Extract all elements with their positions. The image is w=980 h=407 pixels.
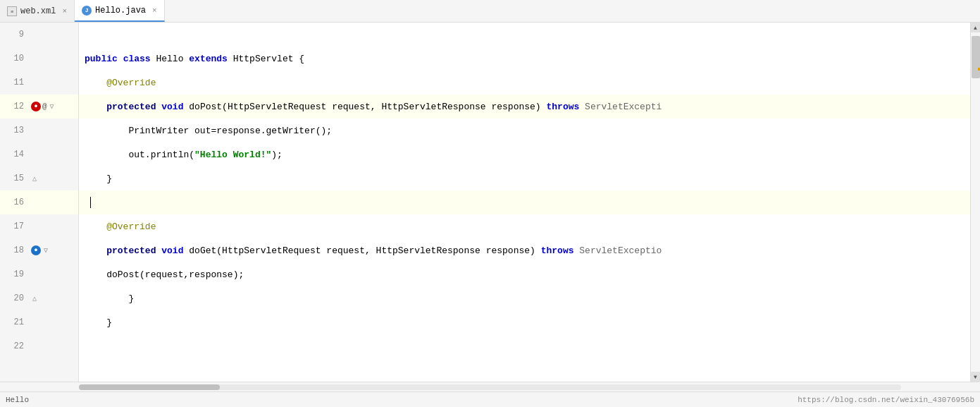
param-response-12: response [491,102,535,112]
code-line-16 [79,190,970,214]
code-lines: public class Hello extends HttpServlet {… [79,23,970,358]
code-line-12: protected void doPost(HttpServletRequest… [79,95,970,119]
kw-class: class [123,54,151,64]
gutter-row-15: 15 △ [0,166,78,190]
arrow-up-icon-15: △ [31,175,38,182]
arrow-down-icon-12: ▽ [49,103,56,110]
scrollbar-thumb[interactable] [79,384,220,390]
line-num-22: 22 [0,341,30,351]
scrollbar-track[interactable] [79,384,901,390]
gutter-row-19: 19 [0,262,78,286]
gutter: 9 10 11 12 ● @ ▽ [0,23,79,382]
code-line-21: } [79,310,970,334]
tab-hello-java[interactable]: J Hello.java × [75,0,165,22]
param-request-18: request [326,245,365,256]
tab-label-hello-java: Hello.java [95,6,146,16]
paren-open-12: ( [222,102,228,112]
line-num-18: 18 [0,245,30,255]
kw-throws-12: throws [546,102,579,112]
scroll-thumb[interactable] [972,36,980,78]
dopost-call: doPost [106,269,139,280]
code-line-14: out.println("Hello World!"); [79,142,970,166]
type-httpservlet: HttpServlet [233,54,294,64]
type-httprequest: HttpServletRequest [228,102,326,112]
scroll-down-button[interactable]: ▼ [971,372,981,382]
editor-main: 9 10 11 12 ● @ ▽ [0,23,980,382]
kw-extends: extends [189,54,228,64]
gutter-icons-15: △ [30,175,78,182]
tab-close-hello-java[interactable]: × [152,6,157,15]
line-num-11: 11 [0,78,30,87]
type-httpresponse-18: HttpServletResponse [376,245,480,256]
scroll-track[interactable] [971,32,981,372]
arrow-up-icon-20: △ [31,295,38,302]
method-dopost: doPost [189,102,222,112]
kw-protected-12: protected [106,102,156,112]
code-line-13: PrintWriter out=response.getWriter(); [79,119,970,142]
code-line-9 [79,23,970,47]
line-num-13: 13 [0,126,30,135]
var-out: out [194,126,211,136]
scroll-up-button[interactable]: ▲ [971,23,981,32]
paren-close-12: ) [535,102,541,112]
status-bar: Hello https://blog.csdn.net/weixin_43076… [0,391,980,407]
line-num-9: 9 [0,30,30,40]
line-num-16: 16 [0,198,30,207]
brace-close-dopost: } [106,174,112,184]
kw-void-18: void [161,245,183,256]
tab-bar: ≡ web.xml × J Hello.java × [0,0,980,23]
param-response-18: response [486,245,530,256]
scroll-marker-yellow [978,68,981,71]
println-method: println [151,150,190,160]
gutter-row-18: 18 ● ▽ [0,238,78,262]
gutter-row-13: 13 [0,119,78,142]
kw-public: public [85,54,118,64]
tab-close-web-xml[interactable]: × [62,7,67,16]
gutter-row-9: 9 [0,23,78,47]
brace-close-class: } [106,317,112,328]
gutter-row-17: 17 [0,214,78,238]
right-scrollbar[interactable]: ▲ ▼ [970,23,980,382]
type-printwriter: PrintWriter [128,126,189,136]
gutter-row-22: 22 [0,334,78,358]
code-area[interactable]: public class Hello extends HttpServlet {… [79,23,970,382]
gutter-row-16: 16 [0,190,78,214]
code-line-15: } [79,166,970,190]
exception-12: ServletExcepti [585,102,662,112]
kw-protected-18: protected [106,245,156,256]
breakpoint-icon-12[interactable]: ● [31,102,41,111]
code-line-18: protected void doGet(HttpServletRequest … [79,238,970,262]
line-num-19: 19 [0,269,30,279]
tab-web-xml[interactable]: ≡ web.xml × [0,0,75,22]
gutter-row-21: 21 [0,310,78,334]
gutter-icons-12: ● @ ▽ [30,102,78,111]
getwriter-call: getWriter [266,126,316,136]
annotation-override-11: @Override [106,78,156,88]
brace-open-class: { [299,54,304,64]
text-cursor [90,197,91,208]
line-num-10: 10 [0,54,30,63]
tab-label-web-xml: web.xml [20,6,56,16]
status-left: Hello [6,396,29,404]
code-line-22 [79,334,970,358]
exception-18: ServletExceptio [579,245,662,256]
gutter-row-11: 11 [0,71,78,95]
brace-close-doget: } [128,293,134,304]
line-num-12: 12 [0,102,30,111]
status-right: https://blog.csdn.net/weixin_43076956b [798,396,974,404]
annotation-override-17: @Override [106,221,156,232]
java-icon: J [82,6,92,16]
code-line-19: doPost(request,response); [79,262,970,286]
method-getwriter: response [216,126,260,136]
line-num-14: 14 [0,150,30,159]
method-doget: doGet [189,245,216,256]
type-httpresponse-12: HttpServletResponse [381,102,485,112]
debug-icon-18[interactable]: ● [31,245,41,255]
code-line-11: @Override [79,71,970,95]
gutter-row-10: 10 [0,47,78,71]
gutter-row-12: 12 ● @ ▽ [0,95,78,119]
horizontal-scrollbar[interactable] [0,382,980,391]
arrow-down-icon-18: ▽ [42,247,49,254]
classname-hello: Hello [156,54,183,64]
gutter-row-14: 14 [0,142,78,166]
